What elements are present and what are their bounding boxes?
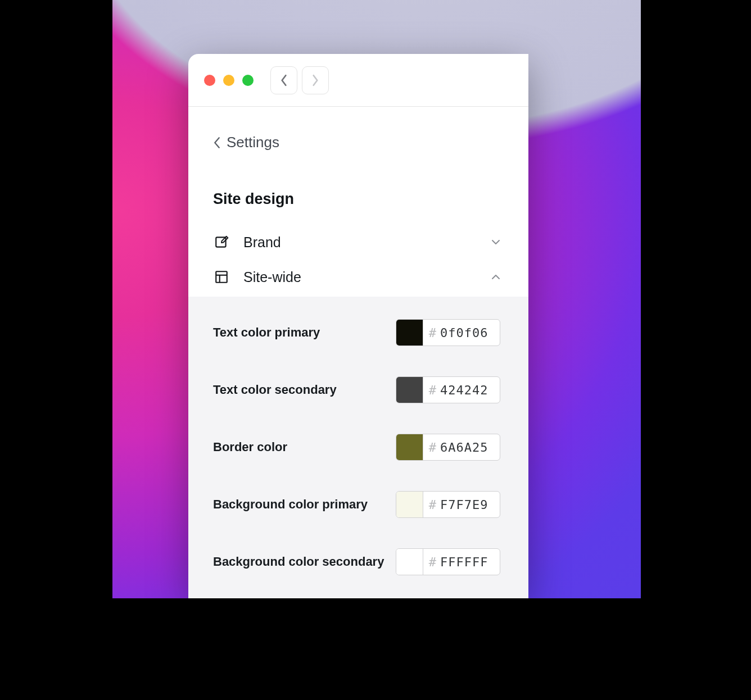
color-field: # [396, 548, 500, 575]
color-swatch[interactable] [396, 492, 423, 517]
hash-prefix: # [429, 555, 437, 569]
hash-prefix: # [429, 326, 437, 340]
window-maximize-button[interactable] [242, 75, 254, 86]
site-wide-properties: Text color primary # Text color secondar… [188, 297, 528, 599]
color-swatch[interactable] [396, 377, 423, 403]
prop-text-color-secondary: Text color secondary # [213, 376, 500, 403]
color-field: # [396, 434, 500, 461]
page-title: Site design [213, 190, 528, 208]
svg-rect-1 [216, 271, 227, 283]
chevron-up-icon [491, 274, 500, 280]
color-field: # [396, 491, 500, 518]
letterbox-right [641, 0, 751, 700]
section-list: Brand Site-wide [188, 225, 528, 294]
app-window: Settings Site design Brand [188, 54, 528, 599]
color-hex-input[interactable] [440, 326, 492, 340]
color-field: # [396, 376, 500, 403]
window-controls [204, 75, 254, 86]
hash-prefix: # [429, 498, 437, 512]
window-close-button[interactable] [204, 75, 215, 86]
color-swatch[interactable] [396, 549, 423, 575]
section-brand[interactable]: Brand [188, 225, 528, 260]
prop-background-color-secondary: Background color secondary # [213, 548, 500, 575]
edit-icon [213, 234, 230, 251]
layout-icon [213, 269, 230, 285]
color-hex-input[interactable] [440, 383, 492, 397]
nav-back-button[interactable] [270, 66, 297, 94]
section-label: Brand [243, 234, 491, 251]
color-hex-input[interactable] [440, 498, 492, 512]
color-hex-input[interactable] [440, 555, 492, 569]
hash-prefix: # [429, 383, 437, 397]
chevron-down-icon [491, 239, 500, 246]
content-area: Settings Site design Brand [188, 107, 528, 599]
letterbox-bottom [0, 598, 751, 700]
prop-label: Background color secondary [213, 554, 396, 569]
color-hex-input[interactable] [440, 440, 492, 454]
hash-prefix: # [429, 440, 437, 454]
window-minimize-button[interactable] [223, 75, 234, 86]
prop-label: Border color [213, 440, 396, 454]
prop-label: Text color primary [213, 325, 396, 340]
window-titlebar [188, 54, 528, 107]
chevron-left-icon [213, 137, 221, 148]
prop-background-color-primary: Background color primary # [213, 491, 500, 518]
section-site-wide[interactable]: Site-wide [188, 260, 528, 294]
breadcrumb-label: Settings [227, 134, 279, 151]
breadcrumb-settings[interactable]: Settings [188, 107, 528, 151]
prop-text-color-primary: Text color primary # [213, 319, 500, 346]
section-label: Site-wide [243, 269, 491, 285]
prop-label: Text color secondary [213, 383, 396, 397]
prop-label: Background color primary [213, 497, 396, 512]
prop-border-color: Border color # [213, 434, 500, 461]
color-swatch[interactable] [396, 320, 423, 346]
nav-forward-button[interactable] [302, 66, 329, 94]
navigation-buttons [270, 66, 329, 94]
color-field: # [396, 319, 500, 346]
chevron-right-icon [311, 74, 320, 87]
color-swatch[interactable] [396, 434, 423, 460]
chevron-left-icon [279, 74, 288, 87]
